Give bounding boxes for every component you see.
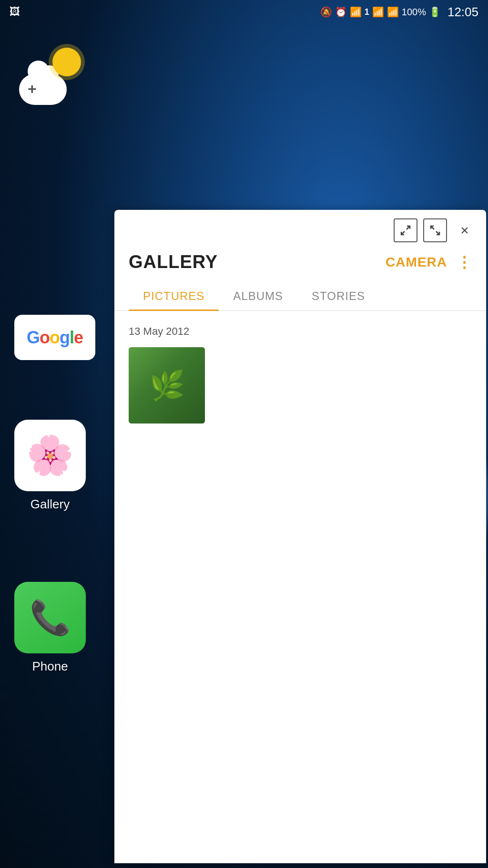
expand-icon bbox=[430, 225, 440, 236]
mute-icon: 🔕 bbox=[320, 6, 332, 18]
shrink-panel-button[interactable] bbox=[394, 218, 417, 242]
wifi-icon: 📶 bbox=[350, 6, 362, 18]
plant-photo bbox=[129, 347, 205, 424]
cloud-icon: + bbox=[19, 74, 67, 105]
phone-handset-icon: 📞 bbox=[30, 598, 71, 637]
google-logo: Google bbox=[27, 328, 83, 348]
weather-icon: + bbox=[19, 48, 81, 110]
signal-icon: 📶 bbox=[372, 6, 384, 18]
status-time: 12:05 bbox=[447, 5, 478, 20]
tab-stories[interactable]: STORIES bbox=[297, 282, 379, 310]
gallery-icon-box: 🌸 bbox=[14, 420, 86, 491]
gallery-app[interactable]: 🌸 Gallery bbox=[14, 420, 86, 512]
panel-header-right: CAMERA ⋮ bbox=[386, 253, 472, 271]
camera-button[interactable]: CAMERA bbox=[386, 255, 447, 270]
panel-header: GALLERY CAMERA ⋮ bbox=[114, 247, 486, 282]
shrink-icon bbox=[400, 225, 411, 236]
more-menu-button[interactable]: ⋮ bbox=[457, 253, 472, 271]
close-panel-button[interactable]: × bbox=[453, 218, 477, 242]
expand-panel-button[interactable] bbox=[423, 218, 447, 242]
tab-albums[interactable]: ALBUMS bbox=[219, 282, 297, 310]
panel-content: 13 May 2012 bbox=[114, 311, 486, 863]
gallery-panel-title: GALLERY bbox=[129, 252, 218, 272]
add-weather-button[interactable]: + bbox=[28, 81, 37, 96]
sim1-icon: 1 bbox=[365, 7, 369, 17]
gallery-panel: × GALLERY CAMERA ⋮ PICTURES ALBUMS STORI… bbox=[114, 210, 486, 863]
phone-app[interactable]: 📞 Phone bbox=[14, 582, 86, 674]
panel-controls: × bbox=[114, 210, 486, 247]
status-icons: 🔕 ⏰ 📶 1 📶 📶 100% 🔋 12:05 bbox=[320, 5, 478, 20]
gallery-flower-icon: 🌸 bbox=[26, 433, 74, 478]
phone-icon-box: 📞 bbox=[14, 582, 86, 653]
status-bar: 🖼 🔕 ⏰ 📶 1 📶 📶 100% 🔋 12:05 bbox=[0, 0, 488, 24]
battery-label: 100% bbox=[402, 7, 426, 18]
gallery-app-label: Gallery bbox=[30, 497, 70, 512]
google-app-icon[interactable]: Google bbox=[14, 315, 95, 360]
notification-icon: 🖼 bbox=[10, 6, 20, 18]
weather-widget[interactable]: + bbox=[19, 48, 81, 110]
phone-app-label: Phone bbox=[32, 659, 68, 674]
signal2-icon: 📶 bbox=[387, 6, 399, 18]
panel-tabs: PICTURES ALBUMS STORIES bbox=[114, 282, 486, 311]
photo-thumbnail[interactable] bbox=[129, 347, 205, 424]
battery-icon: 🔋 bbox=[429, 6, 441, 18]
tab-pictures[interactable]: PICTURES bbox=[129, 282, 219, 310]
date-label: 13 May 2012 bbox=[129, 325, 472, 338]
alarm-icon: ⏰ bbox=[335, 6, 347, 18]
sun-icon bbox=[52, 48, 81, 76]
